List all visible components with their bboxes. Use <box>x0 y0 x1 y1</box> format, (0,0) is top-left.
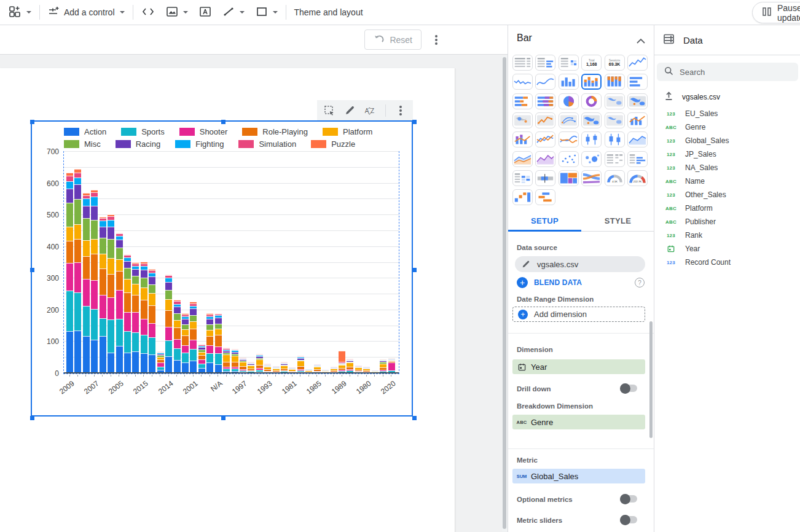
bar-segment-platform[interactable] <box>273 369 280 370</box>
bar-segment-fighting[interactable] <box>116 236 123 240</box>
bar-segment-action[interactable] <box>174 360 181 374</box>
bar-segment-action[interactable] <box>149 354 155 374</box>
bar-segment-platform[interactable] <box>355 367 362 370</box>
data-source-row[interactable]: vgsales.csv <box>664 92 720 103</box>
bar-segment-fighting[interactable] <box>190 306 197 309</box>
bar-segment-racing[interactable] <box>116 240 123 248</box>
bar-segment-role-playing[interactable] <box>264 369 271 371</box>
bar-segment-racing[interactable] <box>256 356 263 358</box>
bar-segment-action[interactable] <box>165 356 172 374</box>
report-page[interactable]: AZ ActionSportsShooterRole-PlayingPlatfo… <box>0 68 455 532</box>
bar-segment-sports[interactable] <box>256 370 263 372</box>
bar-segment-racing[interactable] <box>91 206 98 221</box>
bar-segment-racing[interactable] <box>66 189 73 203</box>
bar-segment-puzzle[interactable] <box>206 313 213 315</box>
bar-segment-fighting[interactable] <box>149 273 155 276</box>
bar-segment-platform[interactable] <box>83 240 90 256</box>
breakdown-chip-genre[interactable]: ABC Genre <box>512 415 645 429</box>
bar-segment-simulation[interactable] <box>182 315 189 316</box>
bar-segment-shooter[interactable] <box>66 263 73 291</box>
tab-style[interactable]: STYLE <box>581 212 654 231</box>
bar-segment-role-playing[interactable] <box>174 327 181 339</box>
chart-type-choropleth-map[interactable] <box>605 112 625 128</box>
bar-segment-action[interactable] <box>74 331 81 374</box>
bar-segment-misc[interactable] <box>132 276 139 284</box>
bar-segment-sports[interactable] <box>198 364 205 369</box>
bar-segment-role-playing[interactable] <box>100 268 106 295</box>
resize-handle[interactable] <box>30 416 34 420</box>
bar-segment-misc[interactable] <box>223 353 230 354</box>
bar-segment-shooter[interactable] <box>190 340 197 349</box>
bar-segment-sports[interactable] <box>223 369 230 371</box>
bar-segment-puzzle[interactable] <box>108 214 114 216</box>
bar-segment-fighting[interactable] <box>281 363 288 364</box>
chart-type-bar-chart[interactable] <box>627 74 648 90</box>
bar-segment-sports[interactable] <box>116 319 123 346</box>
bar-segment-shooter[interactable] <box>264 371 271 372</box>
chart-type-scorecard[interactable]: Total1,168 <box>581 55 602 71</box>
bar-segment-racing[interactable] <box>314 366 321 366</box>
chart-type-bubble-chart[interactable] <box>581 151 602 167</box>
bar-segment-racing[interactable] <box>206 319 213 324</box>
bar-segment-role-playing[interactable] <box>108 274 114 297</box>
resize-handle[interactable] <box>30 120 34 124</box>
bar-segment-role-playing[interactable] <box>314 369 321 371</box>
bar-segment-platform[interactable] <box>248 366 254 369</box>
drill-down-toggle[interactable] <box>620 385 637 392</box>
bar-segment-fighting[interactable] <box>264 365 271 366</box>
edit-pencil-icon[interactable] <box>515 260 537 268</box>
chart-type-scorecard-compact[interactable]: Sessions69.3K <box>605 55 625 71</box>
bar-segment-platform[interactable] <box>132 284 139 295</box>
bar-segment-action[interactable] <box>91 340 98 374</box>
embed-url-button[interactable] <box>136 0 160 25</box>
bar-segment-simulation[interactable] <box>124 255 131 257</box>
bar-segment-racing[interactable] <box>331 368 337 369</box>
add-shape-button[interactable] <box>250 0 283 25</box>
bar-segment-shooter[interactable] <box>248 370 254 372</box>
chart-type-table-with-bars[interactable] <box>535 55 555 71</box>
bar-segment-platform[interactable] <box>66 227 73 241</box>
bar-segment-fighting[interactable] <box>305 369 312 370</box>
bar-segment-role-playing[interactable] <box>157 359 164 362</box>
bar-segment-shooter[interactable] <box>314 371 321 372</box>
bar-segment-simulation[interactable] <box>355 366 362 366</box>
bar-segment-action[interactable] <box>116 346 123 374</box>
chart-type-filled-map[interactable] <box>627 93 648 109</box>
bar-segment-action[interactable] <box>190 361 197 374</box>
bar-segment-shooter[interactable] <box>108 297 114 319</box>
bar-segment-role-playing[interactable] <box>339 368 345 370</box>
bar-segment-role-playing[interactable] <box>273 370 280 372</box>
bar-segment-racing[interactable] <box>198 347 205 350</box>
bar-segment-racing[interactable] <box>248 364 254 365</box>
bar-segment-misc[interactable] <box>355 367 362 367</box>
bar-segment-shooter[interactable] <box>198 359 205 363</box>
bar-segment-racing[interactable] <box>273 367 280 368</box>
chart-plot-area[interactable] <box>63 151 399 374</box>
chart-type-stacked-column-chart[interactable] <box>581 74 602 90</box>
bar-segment-misc[interactable] <box>190 315 197 321</box>
bar-segment-platform[interactable] <box>116 259 123 272</box>
bar-segment-fighting[interactable] <box>141 266 147 270</box>
bar-segment-role-playing[interactable] <box>355 370 362 372</box>
bar-segment-simulation[interactable] <box>116 233 123 236</box>
bar-segment-shooter[interactable] <box>141 319 147 335</box>
chart-type-waterfall[interactable] <box>512 189 533 205</box>
bar-segment-misc[interactable] <box>124 268 131 279</box>
chart-type-100-stacked-column-chart[interactable] <box>605 74 625 90</box>
bar-segment-misc[interactable] <box>339 364 345 366</box>
add-image-button[interactable] <box>160 0 194 25</box>
sort-az-icon[interactable]: AZ <box>364 104 377 117</box>
bar-segment-platform[interactable] <box>281 366 288 369</box>
bar-segment-puzzle[interactable] <box>380 359 386 360</box>
bar-segment-racing[interactable] <box>289 369 296 369</box>
bar-segment-simulation[interactable] <box>108 216 114 220</box>
bar-segment-simulation[interactable] <box>240 358 246 359</box>
bar-segment-misc[interactable] <box>206 324 213 330</box>
bar-segment-sports[interactable] <box>149 337 155 354</box>
bar-segment-action[interactable] <box>66 331 73 374</box>
chart-type-donut-chart[interactable] <box>581 93 602 109</box>
bar-segment-role-playing[interactable] <box>347 367 353 369</box>
bar-segment-simulation[interactable] <box>83 195 90 199</box>
bar-segment-role-playing[interactable] <box>388 361 395 362</box>
bar-segment-puzzle[interactable] <box>100 217 106 218</box>
